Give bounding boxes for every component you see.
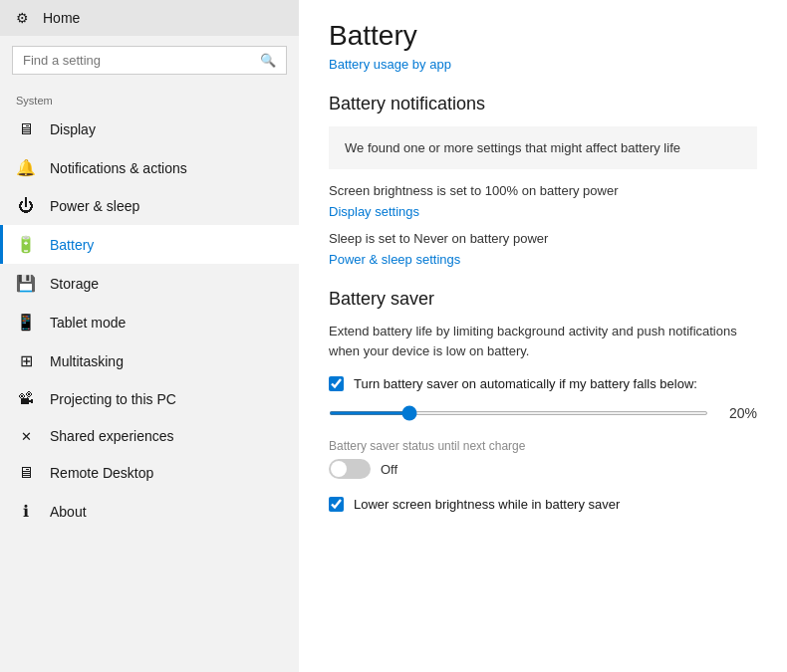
auto-battery-saver-row: Turn battery saver on automatically if m… (329, 376, 757, 391)
about-icon: ℹ (16, 502, 36, 521)
sidebar-item-label: Remote Desktop (50, 465, 153, 481)
sidebar-item-home[interactable]: ⚙ Home (0, 0, 299, 36)
sidebar-item-display[interactable]: 🖥 Display (0, 111, 299, 148)
sidebar-item-label: Tablet mode (50, 315, 126, 331)
sidebar-item-tablet-mode[interactable]: 📱 Tablet mode (0, 303, 299, 341)
sidebar-item-label: Multitasking (50, 353, 124, 369)
home-icon: ⚙ (16, 10, 29, 26)
sidebar-item-label: Projecting to this PC (50, 391, 176, 407)
sidebar-item-remote-desktop[interactable]: 🖥 Remote Desktop (0, 454, 299, 492)
sidebar-item-label: Notifications & actions (50, 160, 187, 176)
lower-brightness-checkbox[interactable] (329, 497, 344, 512)
sidebar-item-multitasking[interactable]: ⊞ Multitasking (0, 341, 299, 380)
sidebar-item-storage[interactable]: 💾 Storage (0, 264, 299, 303)
battery-notifications-title: Battery notifications (329, 94, 757, 114)
display-settings-link[interactable]: Display settings (329, 204, 757, 219)
battery-usage-link[interactable]: Battery usage by app (329, 57, 451, 72)
battery-saver-toggle-label: Off (381, 462, 397, 477)
sidebar-item-label: Battery (50, 237, 94, 253)
auto-battery-saver-checkbox[interactable] (329, 376, 344, 391)
sidebar-item-about[interactable]: ℹ About (0, 492, 299, 531)
battery-saver-title: Battery saver (329, 289, 757, 310)
power-icon: ⏻ (16, 197, 36, 215)
sidebar-item-power-sleep[interactable]: ⏻ Power & sleep (0, 187, 299, 225)
lower-brightness-row: Lower screen brightness while in battery… (329, 497, 757, 512)
search-input[interactable] (23, 53, 260, 68)
search-box[interactable]: 🔍 (12, 46, 287, 75)
sidebar-item-battery[interactable]: 🔋 Battery (0, 225, 299, 264)
battery-slider-row: 20% (329, 405, 757, 421)
sidebar-item-label: Storage (50, 276, 99, 292)
sidebar-item-label: Display (50, 121, 96, 137)
sidebar: ⚙ Home 🔍 System 🖥 Display 🔔 Notification… (0, 0, 299, 672)
projecting-icon: 📽 (16, 390, 36, 408)
sidebar-item-label: Power & sleep (50, 198, 139, 214)
battery-warning-text: We found one or more settings that might… (345, 140, 680, 155)
sidebar-item-projecting[interactable]: 📽 Projecting to this PC (0, 380, 299, 418)
page-title: Battery (329, 20, 757, 52)
battery-level-value: 20% (722, 405, 757, 421)
power-sleep-settings-link[interactable]: Power & sleep settings (329, 252, 757, 267)
sidebar-item-label: Shared experiences (50, 428, 174, 444)
shared-icon: ✕ (16, 429, 36, 444)
notifications-icon: 🔔 (16, 158, 36, 177)
battery-saver-description: Extend battery life by limiting backgrou… (329, 322, 757, 360)
sidebar-item-notifications[interactable]: 🔔 Notifications & actions (0, 148, 299, 187)
brightness-info: Screen brightness is set to 100% on batt… (329, 183, 757, 198)
battery-saver-toggle[interactable] (329, 459, 371, 479)
search-icon: 🔍 (260, 53, 276, 68)
auto-battery-saver-label: Turn battery saver on automatically if m… (354, 376, 697, 391)
main-content: Battery Battery usage by app Battery not… (299, 0, 787, 672)
lower-brightness-label: Lower screen brightness while in battery… (354, 497, 620, 512)
battery-status-label: Battery saver status until next charge (329, 439, 757, 453)
battery-level-slider[interactable] (329, 411, 708, 415)
battery-warning-box: We found one or more settings that might… (329, 126, 757, 169)
sleep-info: Sleep is set to Never on battery power (329, 231, 757, 246)
battery-saver-section: Battery saver Extend battery life by lim… (329, 289, 757, 512)
storage-icon: 💾 (16, 274, 36, 293)
multitasking-icon: ⊞ (16, 351, 36, 370)
sidebar-item-label: About (50, 504, 87, 520)
system-section-label: System (0, 87, 299, 111)
tablet-icon: 📱 (16, 313, 36, 332)
sidebar-item-shared-experiences[interactable]: ✕ Shared experiences (0, 418, 299, 454)
battery-saver-toggle-row: Off (329, 459, 757, 479)
sidebar-home-label: Home (43, 10, 80, 26)
remote-icon: 🖥 (16, 464, 36, 482)
display-icon: 🖥 (16, 120, 36, 138)
battery-icon: 🔋 (16, 235, 36, 254)
